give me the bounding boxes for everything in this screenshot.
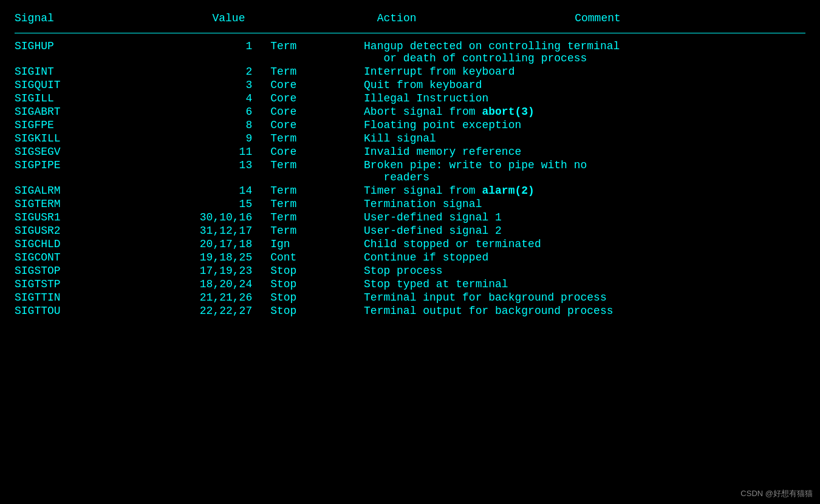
cell-action: Term (270, 158, 364, 184)
table-row: SIGKILL9TermKill signal (15, 132, 805, 145)
cell-action: Term (270, 184, 364, 197)
cell-action: Stop (270, 304, 364, 318)
cell-value: 21,21,26 (149, 291, 270, 304)
col-header-action: Action (377, 12, 575, 29)
cell-value: 17,19,23 (149, 264, 270, 278)
bold-text: abort(3) (482, 106, 534, 118)
cell-action: Term (270, 132, 364, 145)
table-row: SIGHUP1TermHangup detected on controllin… (15, 39, 805, 65)
table-row: SIGUSR231,12,17TermUser-defined signal 2 (15, 224, 805, 237)
cell-signal: SIGCONT (15, 251, 149, 264)
cell-value: 20,17,18 (149, 237, 270, 251)
cell-signal: SIGHUP (15, 39, 149, 65)
cell-comment: User-defined signal 1 (364, 211, 805, 224)
cell-action: Core (270, 105, 364, 118)
cell-signal: SIGTTOU (15, 304, 149, 318)
cell-value: 1 (149, 39, 270, 65)
cell-signal: SIGUSR1 (15, 211, 149, 224)
cell-value: 18,20,24 (149, 278, 270, 291)
cell-comment: Child stopped or terminated (364, 237, 805, 251)
table-row: SIGCHLD20,17,18IgnChild stopped or termi… (15, 237, 805, 251)
col-header-value: Value (212, 12, 377, 29)
cell-signal: SIGINT (15, 65, 149, 78)
cell-comment: User-defined signal 2 (364, 224, 805, 237)
table-row: SIGUSR130,10,16TermUser-defined signal 1 (15, 211, 805, 224)
cell-comment: Continue if stopped (364, 251, 805, 264)
cell-action: Stop (270, 278, 364, 291)
cell-signal: SIGABRT (15, 105, 149, 118)
cell-value: 19,18,25 (149, 251, 270, 264)
table-row: SIGTERM15TermTermination signal (15, 197, 805, 211)
cell-comment: Terminal output for background process (364, 304, 805, 318)
cell-value: 14 (149, 184, 270, 197)
cell-action: Term (270, 197, 364, 211)
cell-signal: SIGILL (15, 92, 149, 105)
cell-value: 4 (149, 92, 270, 105)
col-header-signal: Signal (15, 12, 212, 29)
cell-signal: SIGKILL (15, 132, 149, 145)
cell-action: Stop (270, 291, 364, 304)
cell-value: 22,22,27 (149, 304, 270, 318)
cell-action: Ign (270, 237, 364, 251)
cell-signal: SIGTSTP (15, 278, 149, 291)
cell-comment: Kill signal (364, 132, 805, 145)
table-row: SIGTTOU22,22,27StopTerminal output for b… (15, 304, 805, 318)
cell-comment: Interrupt from keyboard (364, 65, 805, 78)
cell-comment: Termination signal (364, 197, 805, 211)
cell-value: 3 (149, 78, 270, 92)
cell-value: 30,10,16 (149, 211, 270, 224)
cell-value: 31,12,17 (149, 224, 270, 237)
cell-action: Term (270, 65, 364, 78)
table-row: SIGSEGV11CoreInvalid memory reference (15, 145, 805, 158)
cell-signal: SIGQUIT (15, 78, 149, 92)
cell-action: Cont (270, 251, 364, 264)
cell-value: 6 (149, 105, 270, 118)
table-row: SIGFPE8CoreFloating point exception (15, 118, 805, 132)
cell-action: Term (270, 39, 364, 65)
table-row: SIGTSTP18,20,24StopStop typed at termina… (15, 278, 805, 291)
cell-value: 9 (149, 132, 270, 145)
cell-comment: Quit from keyboard (364, 78, 805, 92)
cell-signal: SIGTTIN (15, 291, 149, 304)
cell-signal: SIGFPE (15, 118, 149, 132)
table-row: SIGSTOP17,19,23StopStop process (15, 264, 805, 278)
cell-action: Stop (270, 264, 364, 278)
table-row: SIGTTIN21,21,26StopTerminal input for ba… (15, 291, 805, 304)
watermark: CSDN @好想有猫猫 (740, 488, 813, 499)
cell-signal: SIGALRM (15, 184, 149, 197)
cell-signal: SIGSEGV (15, 145, 149, 158)
cell-comment: Illegal Instruction (364, 92, 805, 105)
col-header-comment: Comment (575, 12, 805, 29)
cell-comment: Terminal input for background process (364, 291, 805, 304)
cell-signal: SIGCHLD (15, 237, 149, 251)
cell-value: 11 (149, 145, 270, 158)
table-row: SIGALRM14TermTimer signal from alarm(2) (15, 184, 805, 197)
cell-value: 13 (149, 158, 270, 184)
cell-comment: Hangup detected on controlling terminal … (364, 39, 805, 65)
table-row: SIGQUIT3CoreQuit from keyboard (15, 78, 805, 92)
table-row: SIGABRT6CoreAbort signal from abort(3) (15, 105, 805, 118)
cell-comment: Stop typed at terminal (364, 278, 805, 291)
cell-comment: Broken pipe: write to pipe with no reade… (364, 158, 805, 184)
cell-value: 2 (149, 65, 270, 78)
cell-action: Core (270, 118, 364, 132)
table-row: SIGINT2TermInterrupt from keyboard (15, 65, 805, 78)
table-row: SIGPIPE13TermBroken pipe: write to pipe … (15, 158, 805, 184)
bold-text: alarm(2) (482, 185, 534, 197)
cell-comment: Abort signal from abort(3) (364, 105, 805, 118)
cell-comment: Stop process (364, 264, 805, 278)
cell-comment: Timer signal from alarm(2) (364, 184, 805, 197)
cell-signal: SIGUSR2 (15, 224, 149, 237)
cell-signal: SIGTERM (15, 197, 149, 211)
cell-action: Core (270, 145, 364, 158)
header-divider (15, 33, 805, 33)
cell-action: Core (270, 78, 364, 92)
cell-value: 15 (149, 197, 270, 211)
table-row: SIGILL4CoreIllegal Instruction (15, 92, 805, 105)
cell-action: Core (270, 92, 364, 105)
cell-action: Term (270, 224, 364, 237)
table-row: SIGCONT19,18,25ContContinue if stopped (15, 251, 805, 264)
cell-action: Term (270, 211, 364, 224)
cell-comment: Invalid memory reference (364, 145, 805, 158)
cell-value: 8 (149, 118, 270, 132)
